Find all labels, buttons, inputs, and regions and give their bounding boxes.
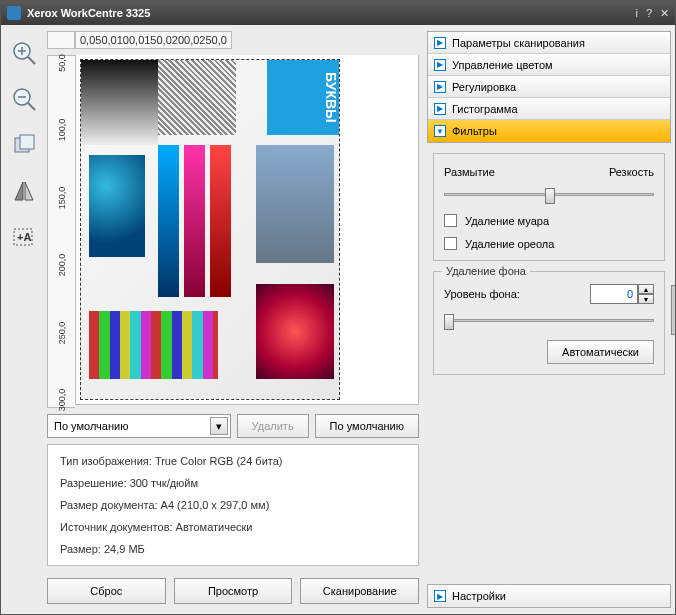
chevron-right-icon (434, 81, 446, 93)
acc-color-mgmt[interactable]: Управление цветом (428, 54, 670, 76)
info-resolution: Разрешение: 300 тчк/дюйм (60, 477, 406, 489)
left-toolbar: +A (1, 25, 47, 614)
default-preset-button[interactable]: По умолчанию (315, 414, 419, 438)
filters-panel: Размытие Резкость Удаление муара Удалени… (427, 143, 671, 584)
chevron-right-icon (434, 37, 446, 49)
scan-preview[interactable]: БУКВЫ (75, 55, 419, 405)
spin-down-icon[interactable]: ▼ (638, 294, 654, 304)
info-image-type: Тип изображения: True Color RGB (24 бита… (60, 455, 406, 467)
preview-button[interactable]: Просмотр (174, 578, 293, 604)
bg-auto-button[interactable]: Автоматически (547, 340, 654, 364)
svg-line-5 (28, 103, 35, 110)
sharp-label: Резкость (609, 166, 654, 178)
bg-level-label: Уровень фона: (444, 288, 520, 300)
pane-gripper[interactable] (671, 285, 675, 335)
demoire-checkbox[interactable]: Удаление муара (444, 214, 654, 227)
acc-settings[interactable]: Настройки (427, 584, 671, 608)
auto-area-icon[interactable]: +A (8, 221, 40, 253)
title-bar: Xerox WorkCentre 3325 i ? ✕ (1, 1, 675, 25)
accordion: Параметры сканирования Управление цветом… (427, 31, 671, 143)
horizontal-ruler: 0,050,0100,0150,0200,0250,0 (75, 31, 232, 49)
chevron-right-icon (434, 59, 446, 71)
acc-adjust[interactable]: Регулировка (428, 76, 670, 98)
reset-button[interactable]: Сброс (47, 578, 166, 604)
blur-label: Размытие (444, 166, 495, 178)
dehalo-checkbox[interactable]: Удаление ореола (444, 237, 654, 250)
scan-info-box: Тип изображения: True Color RGB (24 бита… (47, 444, 419, 566)
chevron-right-icon (434, 103, 446, 115)
bg-removal-group: Удаление фона Уровень фона: ▲ ▼ (433, 271, 665, 375)
bg-level-input[interactable] (590, 284, 638, 304)
rotate-icon[interactable] (8, 129, 40, 161)
bg-level-slider[interactable] (444, 312, 654, 330)
vertical-ruler: 50,0100,0150,0200,0250,0300,0 (47, 55, 75, 408)
selection-marquee[interactable]: БУКВЫ (80, 59, 340, 400)
zoom-out-icon[interactable] (8, 83, 40, 115)
app-window: Xerox WorkCentre 3325 i ? ✕ +A (0, 0, 676, 615)
app-icon (7, 6, 21, 20)
svg-marker-10 (25, 182, 33, 200)
right-pane: Параметры сканирования Управление цветом… (427, 25, 675, 614)
info-doc-size: Размер документа: A4 (210,0 x 297,0 мм) (60, 499, 406, 511)
ruler-corner (47, 31, 75, 49)
help-icon[interactable]: ? (646, 7, 652, 20)
preset-combo[interactable]: По умолчанию ▾ (47, 414, 231, 438)
zoom-in-icon[interactable] (8, 37, 40, 69)
svg-rect-8 (20, 135, 34, 149)
delete-preset-button[interactable]: Удалить (237, 414, 309, 438)
info-icon[interactable]: i (635, 7, 637, 20)
main-area: 0,050,0100,0150,0200,0250,0 50,0100,0150… (47, 25, 427, 614)
svg-text:+A: +A (17, 231, 31, 243)
chevron-down-icon (434, 125, 446, 137)
acc-scan-params[interactable]: Параметры сканирования (428, 32, 670, 54)
scan-button[interactable]: Сканирование (300, 578, 419, 604)
svg-line-1 (28, 57, 35, 64)
chevron-right-icon (434, 590, 446, 602)
info-file-size: Размер: 24,9 МБ (60, 543, 406, 555)
bg-removal-legend: Удаление фона (442, 265, 530, 277)
window-title: Xerox WorkCentre 3325 (27, 7, 635, 19)
svg-marker-9 (15, 182, 23, 200)
mirror-icon[interactable] (8, 175, 40, 207)
blur-sharp-slider[interactable] (444, 186, 654, 204)
acc-histogram[interactable]: Гистограмма (428, 98, 670, 120)
spin-up-icon[interactable]: ▲ (638, 284, 654, 294)
blur-sharp-group: Размытие Резкость Удаление муара Удалени… (433, 153, 665, 261)
chevron-down-icon[interactable]: ▾ (210, 417, 228, 435)
close-icon[interactable]: ✕ (660, 7, 669, 20)
acc-filters[interactable]: Фильтры (428, 120, 670, 142)
info-source: Источник документов: Автоматически (60, 521, 406, 533)
preset-combo-value: По умолчанию (54, 420, 128, 432)
